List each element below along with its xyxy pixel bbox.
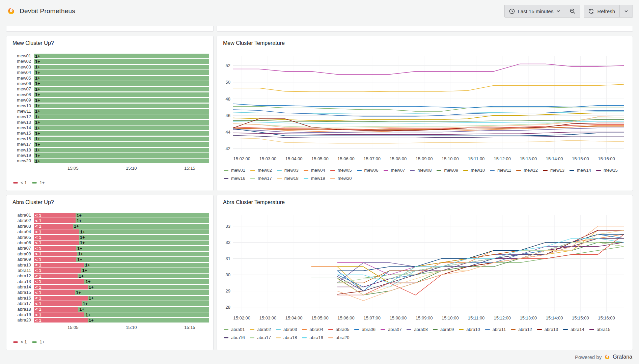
legend-item-mew08[interactable]: mew08 [410, 168, 432, 173]
legend-color-swatch [13, 182, 18, 184]
legend-item-mew16[interactable]: mew16 [224, 176, 245, 181]
legend-item-abra10[interactable]: abra10 [459, 327, 480, 332]
legend-item-abra16[interactable]: abra16 [224, 335, 245, 340]
timeline-row: abra15< 11+ [10, 290, 209, 295]
state-up-value: 1+ [82, 302, 88, 306]
legend-item-abra03[interactable]: abra03 [276, 327, 297, 332]
legend-item-abra01[interactable]: abra01 [224, 327, 245, 332]
state-down-segment: < 1 [34, 285, 88, 289]
state-up-value: 1+ [81, 268, 87, 273]
x-axis-label: 15:02:00 [233, 156, 250, 161]
legend-item-abra06[interactable]: abra06 [354, 327, 375, 332]
legend-label: mew07 [391, 168, 405, 173]
legend-item-abra09[interactable]: abra09 [433, 327, 454, 332]
panel-title-mew-temperature[interactable]: Mew Cluster Temperature [221, 39, 629, 46]
refresh-button[interactable]: Refresh [584, 5, 619, 17]
legend-item-abra02[interactable]: abra02 [250, 327, 271, 332]
legend-label: mew13 [550, 168, 564, 173]
legend-item-abra08[interactable]: abra08 [407, 327, 427, 332]
y-axis-label: 28 [226, 305, 230, 310]
time-axis-label: 15:05 [67, 325, 79, 330]
state-down-segment: < 1 [34, 274, 78, 278]
series-line-mew02 [233, 84, 624, 92]
state-down-value: < 1 [34, 213, 41, 218]
legend-item-abra14[interactable]: abra14 [563, 327, 584, 332]
legend-label: abra18 [283, 335, 297, 340]
legend-item-mew03[interactable]: mew03 [277, 168, 299, 173]
legend-label: < 1 [21, 180, 27, 185]
panel-title-abra-temperature[interactable]: Abra Cluster Temperature [221, 198, 629, 205]
state-up-segment: 1+ [34, 148, 209, 152]
clock-icon [509, 8, 515, 14]
legend-item-abra20[interactable]: abra20 [328, 335, 349, 340]
legend-item-mew13[interactable]: mew13 [543, 168, 564, 173]
legend-item-up[interactable]: 1+ [32, 339, 45, 344]
legend-color-swatch [463, 170, 468, 171]
legend-item-mew19[interactable]: mew19 [304, 176, 325, 181]
series-line-mew19 [233, 121, 624, 123]
legend-item-mew05[interactable]: mew05 [330, 168, 352, 173]
timeline-row: abra16< 11+ [10, 296, 209, 301]
legend-item-mew04[interactable]: mew04 [304, 168, 325, 173]
legend-item-abra17[interactable]: abra17 [250, 335, 271, 340]
legend-item-abra13[interactable]: abra13 [537, 327, 558, 332]
legend-item-mew01[interactable]: mew01 [224, 168, 245, 173]
state-up-value: 1+ [76, 219, 82, 223]
state-up-value: 1+ [34, 109, 40, 113]
host-label: mew09 [10, 98, 34, 103]
legend-item-mew18[interactable]: mew18 [277, 176, 299, 181]
state-up-value: 1+ [77, 252, 83, 256]
legend-item-mew12[interactable]: mew12 [516, 168, 538, 173]
state-down-value: < 1 [34, 219, 41, 223]
legend-item-mew09[interactable]: mew09 [437, 168, 458, 173]
legend-item-mew07[interactable]: mew07 [384, 168, 405, 173]
legend-item-down[interactable]: < 1 [13, 339, 27, 344]
state-down-value: < 1 [34, 263, 41, 267]
zoom-out-button[interactable] [565, 5, 580, 17]
timeline-row: abra02< 11+ [10, 218, 209, 223]
state-up-value: 1+ [34, 142, 40, 147]
legend-item-abra11[interactable]: abra11 [485, 327, 506, 332]
state-up-segment: 1+ [34, 114, 209, 119]
legend-item-abra04[interactable]: abra04 [302, 327, 323, 332]
legend-item-abra15[interactable]: abra15 [589, 327, 610, 332]
legend-item-mew17[interactable]: mew17 [250, 176, 272, 181]
panel-title-mew-up[interactable]: Mew Cluster Up? [10, 39, 209, 46]
x-axis-label: 15:13:00 [520, 315, 537, 320]
host-label: abra05 [10, 235, 34, 240]
state-up-value: 1+ [34, 54, 40, 58]
timeline-track: < 11+ [34, 252, 209, 256]
state-up-value: 1+ [34, 92, 40, 97]
panel-title-abra-up[interactable]: Abra Cluster Up? [10, 198, 209, 205]
legend-item-mew02[interactable]: mew02 [250, 168, 272, 173]
state-up-value: 1+ [34, 120, 40, 124]
legend-color-swatch [276, 337, 281, 338]
legend-item-mew20[interactable]: mew20 [330, 176, 352, 181]
host-label: abra19 [10, 312, 34, 317]
legend-item-mew14[interactable]: mew14 [569, 168, 591, 173]
x-axis-label: 15:04:00 [285, 156, 303, 161]
legend-color-swatch [410, 170, 415, 171]
state-up-segment: 1+ [34, 120, 209, 125]
state-down-segment: < 1 [34, 213, 76, 218]
legend-item-mew15[interactable]: mew15 [596, 168, 618, 173]
legend-item-up[interactable]: 1+ [32, 180, 45, 185]
legend-item-abra18[interactable]: abra18 [276, 335, 297, 340]
time-range-picker[interactable]: Last 15 minutes [505, 5, 565, 17]
legend-item-abra07[interactable]: abra07 [381, 327, 401, 332]
legend-item-abra19[interactable]: abra19 [302, 335, 323, 340]
legend-item-abra05[interactable]: abra05 [328, 327, 349, 332]
refresh-interval-picker[interactable] [619, 5, 633, 17]
legend-item-down[interactable]: < 1 [13, 180, 27, 185]
legend-item-abra12[interactable]: abra12 [511, 327, 532, 332]
mew-up-legend: < 11+ [10, 180, 209, 187]
grafana-brand-text[interactable]: Grafana [613, 354, 632, 360]
legend-item-mew06[interactable]: mew06 [357, 168, 379, 173]
y-axis-label: 32 [226, 240, 230, 245]
timeline-track: 1+ [34, 159, 209, 163]
x-axis-label: 15:04:00 [285, 315, 303, 320]
state-down-segment: < 1 [34, 257, 76, 262]
legend-item-mew10[interactable]: mew10 [463, 168, 485, 173]
legend-item-mew11[interactable]: mew11 [490, 168, 511, 173]
x-axis-label: 15:07:00 [363, 156, 381, 161]
